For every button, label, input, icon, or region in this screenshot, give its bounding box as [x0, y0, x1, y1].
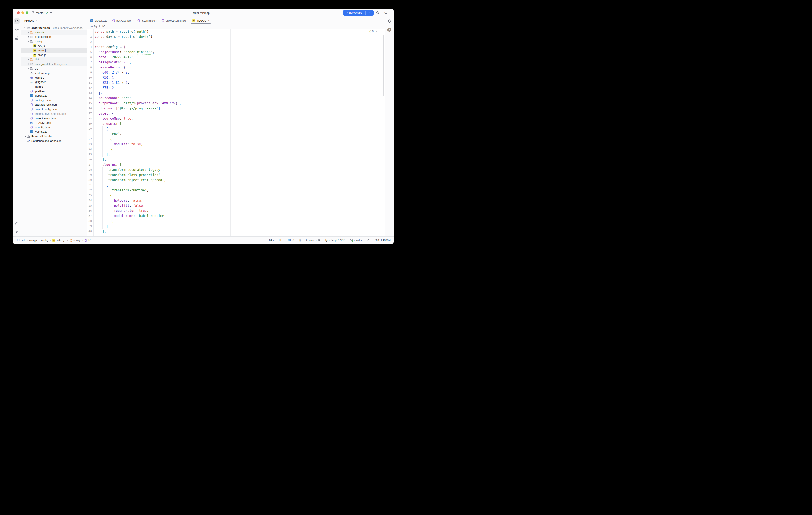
inspections-widget[interactable]: ✓ 3 — [369, 29, 383, 34]
run-configuration-button[interactable]: dev:weapp — [343, 10, 374, 16]
code-line-25[interactable]: ], — [95, 152, 385, 157]
line-number-10[interactable]: 10 — [87, 75, 92, 80]
code-line-12[interactable]: 375: 2, — [95, 85, 385, 90]
line-number-31[interactable]: 31 — [87, 183, 92, 188]
code-line-6[interactable]: date: '2022-04-12', — [95, 55, 385, 60]
statusbar-crumb-config[interactable]: config — [41, 239, 48, 242]
tree-item-.vscode[interactable]: .vscode — [21, 30, 87, 34]
line-number-35[interactable]: 35 — [87, 203, 92, 208]
chevron-right-icon[interactable] — [27, 63, 30, 65]
line-number-26[interactable]: 26 — [87, 157, 92, 162]
line-number-23[interactable]: 23 — [87, 142, 92, 147]
tree-item-src[interactable]: src — [21, 66, 87, 71]
code-line-1[interactable]: const path = require('path') — [95, 29, 385, 34]
prev-problem-chevron-up-icon[interactable] — [376, 30, 378, 33]
code-line-11[interactable]: 828: 1.81 / 2, — [95, 80, 385, 85]
code-line-23[interactable]: modules: false, — [95, 142, 385, 147]
window-zoom-button[interactable] — [26, 11, 28, 14]
statusbar-widget-2-spaces[interactable]: 2 spaces — [306, 239, 320, 242]
breadcrumb-h5[interactable]: h5 — [103, 25, 105, 28]
code-line-26[interactable]: ], — [95, 157, 385, 162]
code-line-38[interactable]: }, — [95, 218, 385, 223]
line-number-13[interactable]: 13 — [87, 90, 92, 96]
line-number-22[interactable]: 22 — [87, 137, 92, 142]
tab-package.json[interactable]: {}package.json — [110, 17, 135, 24]
tree-item-cloudfunctions[interactable]: cloudfunctions — [21, 34, 87, 39]
tree-item-External Libraries[interactable]: External Libraries — [21, 134, 87, 139]
line-number-39[interactable]: 39 — [87, 223, 92, 229]
line-number-27[interactable]: 27 — [87, 162, 92, 167]
code-line-5[interactable]: projectName: 'order-miniapp', — [95, 50, 385, 55]
code-line-37[interactable]: moduleName: 'babel-runtime', — [95, 213, 385, 218]
code-line-19[interactable]: presets: [ — [95, 121, 385, 126]
chevron-right-icon[interactable] — [24, 135, 27, 138]
code-line-22[interactable]: { — [95, 137, 385, 142]
code-line-17[interactable]: babel: { — [95, 111, 385, 116]
code-line-34[interactable]: helpers: false, — [95, 198, 385, 203]
code-line-7[interactable]: designWidth: 750, — [95, 60, 385, 65]
tree-item-tsconfig.json[interactable]: {}tsconfig.json — [21, 125, 87, 130]
tree-item-.eslintrc[interactable]: .eslintrc — [21, 75, 87, 80]
tree-item-prod.js[interactable]: JSprod.js — [21, 53, 87, 57]
chevron-right-icon[interactable] — [27, 58, 30, 61]
code-line-39[interactable]: ], — [95, 223, 385, 229]
run-chevron-down-icon[interactable] — [367, 11, 374, 14]
line-number-37[interactable]: 37 — [87, 213, 92, 218]
tree-item-README.md[interactable]: M↓README.md — [21, 120, 87, 125]
line-number-2[interactable]: 2 — [87, 34, 92, 39]
statusbar-widget-lf[interactable]: LF — [279, 239, 282, 242]
statusbar-crumb-order-miniapp[interactable]: order-miniapp — [17, 239, 37, 242]
line-number-24[interactable]: 24 — [87, 147, 92, 152]
tree-item-node_modules[interactable]: node_moduleslibrary root — [21, 62, 87, 66]
tree-item-dist[interactable]: dist — [21, 57, 87, 62]
tree-item-order-miniapp[interactable]: order-miniapp~/Documents/Workspace/ — [21, 26, 87, 30]
tree-item-.npmrc[interactable]: ≡.npmrc — [21, 84, 87, 89]
line-number-28[interactable]: 28 — [87, 167, 92, 172]
notifications-bell-icon[interactable] — [387, 19, 391, 23]
line-number-3[interactable]: 3 — [87, 39, 92, 44]
statusbar-widget-84-7[interactable]: 84:7 — [269, 239, 274, 242]
tab-options-kebab-icon[interactable]: ⋮ — [380, 19, 383, 22]
statusbar-crumb-config[interactable]: Vconfig — [69, 239, 80, 242]
code-line-20[interactable]: [ — [95, 126, 385, 131]
chevron-down-icon[interactable] — [24, 27, 27, 29]
line-number-9[interactable]: 9 — [87, 70, 92, 75]
code-line-10[interactable]: 750: 1, — [95, 75, 385, 80]
project-switcher[interactable]: order-miniapp — [193, 8, 214, 17]
line-number-32[interactable]: 32 — [87, 188, 92, 193]
line-number-4[interactable]: 4 — [87, 44, 92, 50]
statusbar-widget-typescript-3-9-10[interactable]: TypeScript 3.9.10 — [325, 239, 345, 242]
line-number-8[interactable]: 8 — [87, 65, 92, 70]
code-line-14[interactable]: sourceRoot: 'src', — [95, 96, 385, 101]
more-tools-button[interactable]: ••• — [15, 45, 19, 48]
tree-item-config[interactable]: config — [21, 39, 87, 44]
code-line-24[interactable]: }, — [95, 147, 385, 152]
line-number-19[interactable]: 19 — [87, 121, 92, 126]
editor-scrollbar[interactable] — [383, 35, 384, 96]
line-number-30[interactable]: 30 — [87, 178, 92, 183]
statusbar-widget-master[interactable]: master — [350, 239, 362, 242]
line-number-25[interactable]: 25 — [87, 152, 92, 157]
tab-tsconfig.json[interactable]: {}tsconfig.json — [135, 17, 159, 24]
statusbar-widget-utf-8[interactable]: UTF-8 — [287, 239, 294, 242]
line-number-38[interactable]: 38 — [87, 218, 92, 223]
line-number-6[interactable]: 6 — [87, 55, 92, 60]
search-icon[interactable] — [376, 11, 380, 16]
code-line-3[interactable] — [95, 39, 385, 44]
code-line-36[interactable]: regenerator: true, — [95, 208, 385, 213]
code-line-9[interactable]: 640: 2.34 / 2, — [95, 70, 385, 75]
line-number-12[interactable]: 12 — [87, 85, 92, 90]
statusbar-crumb-index.js[interactable]: JSindex.js — [53, 239, 65, 242]
code-line-4[interactable]: const config = { — [95, 44, 385, 50]
tab-project.config.json[interactable]: {}project.config.json — [159, 17, 190, 24]
project-panel-header[interactable]: Project — [21, 17, 87, 24]
tab-global.d.ts[interactable]: TSglobal.d.ts — [88, 17, 110, 24]
line-number-18[interactable]: 18 — [87, 116, 92, 121]
next-problem-chevron-down-icon[interactable] — [381, 30, 383, 33]
line-number-29[interactable]: 29 — [87, 172, 92, 178]
git-toolwindow-button[interactable] — [16, 231, 18, 234]
line-number-14[interactable]: 14 — [87, 96, 92, 101]
tree-item-package-lock.json[interactable]: {}package-lock.json — [21, 102, 87, 107]
line-number-11[interactable]: 11 — [87, 80, 92, 85]
chevron-right-icon[interactable] — [27, 67, 30, 70]
